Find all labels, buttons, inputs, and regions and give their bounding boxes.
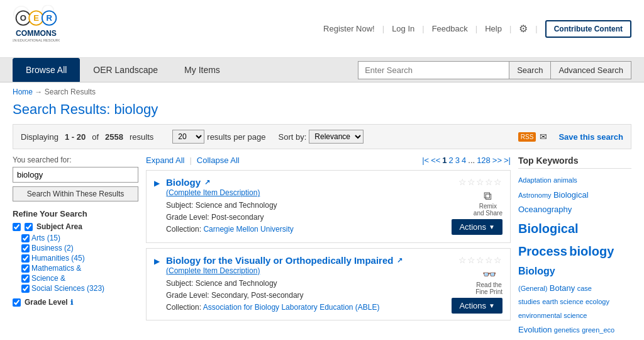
search-input[interactable] bbox=[358, 61, 509, 79]
contribute-button[interactable]: Contribute Content bbox=[545, 20, 631, 38]
kw-env-science[interactable]: environmental science bbox=[518, 312, 587, 319]
filter-social-checkbox[interactable] bbox=[21, 285, 30, 293]
filter-arts-link[interactable]: Arts (15) bbox=[31, 234, 60, 242]
results-range: 1 - 20 bbox=[65, 132, 86, 142]
advanced-search-button[interactable]: Advanced Search bbox=[551, 61, 631, 79]
search-button[interactable]: Search bbox=[509, 61, 551, 79]
search-area: Search Advanced Search bbox=[358, 61, 631, 79]
kw-oceanography[interactable]: Oceanography bbox=[518, 205, 572, 214]
tab-browse-all[interactable]: Browse All bbox=[13, 58, 80, 82]
result-actions-2: ☆☆☆☆☆ 👓 Read the Fine Print Actions ▼ bbox=[427, 255, 502, 314]
filter-math-checkbox[interactable] bbox=[21, 264, 30, 273]
stars-1[interactable]: ☆☆☆☆☆ bbox=[458, 177, 502, 187]
result-complete-1[interactable]: (Complete Item Description) bbox=[166, 188, 260, 197]
subject-area-checkbox2[interactable] bbox=[25, 223, 33, 231]
result-complete-2[interactable]: (Complete Item Description) bbox=[166, 266, 260, 275]
result-collection-1[interactable]: Carnegie Mellon University bbox=[203, 225, 293, 234]
you-searched-label: You searched for: bbox=[13, 156, 138, 164]
bar-icons: RSS ✉ bbox=[518, 132, 548, 142]
breadcrumb-home[interactable]: Home bbox=[13, 88, 33, 96]
kw-astronomy[interactable]: Astronomy bbox=[518, 191, 552, 199]
page-1[interactable]: 1 bbox=[442, 156, 447, 165]
sort-select[interactable]: Relevance Title Date bbox=[309, 130, 364, 144]
kw-animals[interactable]: animals bbox=[553, 176, 577, 184]
page-last[interactable]: >| bbox=[504, 156, 511, 165]
filter-science-checkbox[interactable] bbox=[21, 275, 30, 283]
kw-biological[interactable]: Biological bbox=[553, 190, 589, 200]
grade-level-info[interactable]: ℹ bbox=[70, 298, 73, 307]
stars-2[interactable]: ☆☆☆☆☆ bbox=[458, 255, 502, 265]
search-term-input[interactable] bbox=[13, 167, 138, 183]
result-arrow-1[interactable]: ▶ bbox=[154, 179, 160, 236]
results-list: Expand All | Collapse All |< << 1 2 3 4 … bbox=[146, 156, 511, 340]
filter-arts-checkbox[interactable] bbox=[21, 234, 30, 242]
grade-level-filter: Grade Level ℹ bbox=[13, 298, 138, 307]
keywords-cloud: Adaptation animals Astronomy Biological … bbox=[518, 174, 631, 340]
filter-business-link[interactable]: Business (2) bbox=[31, 244, 74, 252]
kw-studies[interactable]: studies bbox=[518, 298, 540, 305]
result-title-2[interactable]: Biology for the Visually or Orthopedical… bbox=[166, 255, 421, 266]
page-first[interactable]: |< bbox=[422, 156, 429, 165]
grade-level-title: Grade Level ℹ bbox=[13, 298, 138, 307]
rss-icon[interactable]: RSS bbox=[518, 132, 536, 142]
actions-button-2[interactable]: Actions ▼ bbox=[452, 298, 502, 314]
filter-humanities-checkbox[interactable] bbox=[21, 254, 30, 263]
actions-button-1[interactable]: Actions ▼ bbox=[452, 219, 502, 235]
per-page-select[interactable]: 20 50 100 bbox=[172, 130, 204, 144]
page-128[interactable]: 128 bbox=[477, 156, 491, 165]
result-actions-1: ☆☆☆☆☆ ⧉ Remix and Share Actions ▼ bbox=[427, 177, 502, 236]
filter-humanities-link[interactable]: Humanities (45) bbox=[31, 254, 85, 263]
grade-level-checkbox[interactable] bbox=[13, 298, 21, 307]
result-collection-2[interactable]: Association for Biology Laboratory Educa… bbox=[203, 303, 380, 312]
kw-biological-process[interactable]: Biological bbox=[518, 222, 579, 235]
search-within-button[interactable]: Search Within These Results bbox=[13, 186, 138, 201]
glasses-icon-2: 👓 bbox=[482, 268, 496, 281]
kw-earth[interactable]: earth science bbox=[542, 298, 583, 305]
remix-share-button-1[interactable]: ⧉ Remix and Share bbox=[474, 190, 502, 217]
page-title: Search Results: biology bbox=[0, 99, 644, 124]
header: O E R COMMONS OPEN EDUCATIONAL RESOURCES… bbox=[0, 0, 644, 58]
filter-item-arts: Arts (15) bbox=[21, 234, 138, 242]
actions-arrow-2: ▼ bbox=[489, 302, 495, 309]
kw-green-eco[interactable]: green_eco bbox=[582, 326, 614, 334]
kw-process[interactable]: Process bbox=[518, 244, 567, 258]
expand-all-link[interactable]: Expand All bbox=[146, 156, 184, 165]
expand-collapse-bar: Expand All | Collapse All |< << 1 2 3 4 … bbox=[146, 156, 511, 165]
page-3[interactable]: 3 bbox=[455, 156, 460, 165]
result-body-2: Biology for the Visually or Orthopedical… bbox=[166, 255, 421, 314]
result-arrow-2[interactable]: ▶ bbox=[154, 257, 160, 314]
kw-case-studies[interactable]: case bbox=[577, 285, 592, 292]
tab-my-items[interactable]: My Items bbox=[171, 58, 233, 82]
page-2[interactable]: 2 bbox=[449, 156, 453, 165]
page-title-prefix: Search Results: bbox=[13, 101, 110, 117]
kw-botany[interactable]: Botany bbox=[550, 283, 575, 293]
kw-biology[interactable]: biology bbox=[569, 244, 614, 258]
page-prev[interactable]: << bbox=[431, 156, 440, 165]
filter-math-link[interactable]: Mathematics & bbox=[31, 264, 81, 273]
filter-business-checkbox[interactable] bbox=[21, 244, 30, 252]
filter-social-link[interactable]: Social Sciences (323) bbox=[31, 284, 104, 293]
kw-genetics[interactable]: genetics bbox=[554, 326, 580, 334]
sep4: | bbox=[509, 24, 511, 33]
help-link[interactable]: Help bbox=[485, 24, 502, 33]
page-next[interactable]: >> bbox=[492, 156, 502, 165]
collapse-all-link[interactable]: Collapse All bbox=[197, 156, 240, 165]
kw-adaptation[interactable]: Adaptation bbox=[518, 176, 552, 184]
filter-item-business: Business (2) bbox=[21, 244, 138, 252]
kw-evolution[interactable]: Evolution bbox=[518, 325, 552, 334]
email-icon[interactable]: ✉ bbox=[540, 132, 547, 142]
subject-area-checkbox[interactable] bbox=[13, 223, 21, 231]
kw-general[interactable]: (General) bbox=[518, 285, 547, 292]
tab-oer-landscape[interactable]: OER Landscape bbox=[80, 58, 171, 82]
filter-science-link[interactable]: Science & bbox=[31, 274, 65, 283]
feedback-link[interactable]: Feedback bbox=[432, 24, 468, 33]
gear-icon[interactable]: ⚙ bbox=[519, 23, 528, 35]
kw-biology-lg[interactable]: Biology bbox=[518, 266, 555, 276]
login-link[interactable]: Log In bbox=[392, 24, 414, 33]
read-fine-print-button-2[interactable]: 👓 Read the Fine Print bbox=[475, 268, 502, 295]
register-link[interactable]: Register Now! bbox=[323, 24, 375, 33]
page-4[interactable]: 4 bbox=[462, 156, 466, 165]
result-title-1[interactable]: Biology ↗︎ bbox=[166, 177, 421, 188]
save-search-link[interactable]: Save this search bbox=[558, 132, 623, 142]
kw-ecology[interactable]: ecology bbox=[586, 298, 609, 305]
